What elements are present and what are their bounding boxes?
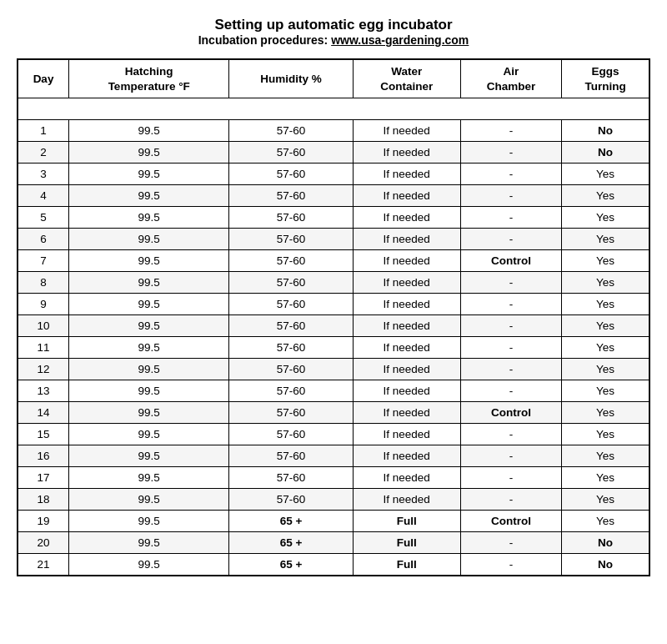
table-row: 1999.565 +FullControlYes	[18, 511, 649, 532]
table-cell: 4	[18, 185, 69, 207]
header-row: Day HatchingTemperature °F Humidity % Wa…	[18, 59, 649, 98]
table-cell: Yes	[562, 511, 649, 532]
table-cell: Yes	[562, 207, 649, 229]
table-cell: Yes	[562, 359, 649, 380]
table-cell: 57-60	[229, 402, 353, 424]
table-cell: If needed	[353, 185, 460, 207]
table-cell: 19	[18, 511, 69, 532]
table-cell: 13	[18, 380, 69, 402]
table-row: 1399.557-60If needed-Yes	[18, 380, 649, 402]
table-cell: 99.5	[69, 207, 229, 229]
table-cell: 99.5	[69, 142, 229, 164]
table-cell: Yes	[562, 229, 649, 250]
subtitle-url: www.usa-gardening.com	[331, 33, 469, 47]
table-cell: 10	[18, 315, 69, 337]
table-row: 599.557-60If needed-Yes	[18, 207, 649, 229]
page-wrapper: Setting up automatic egg incubator Incub…	[17, 17, 650, 576]
table-cell: -	[460, 467, 561, 489]
table-cell: Yes	[562, 164, 649, 185]
table-cell: -	[460, 142, 561, 164]
header-spacer-cell	[18, 98, 649, 120]
table-cell: No	[562, 120, 649, 142]
table-cell: 21	[18, 554, 69, 576]
table-row: 399.557-60If needed-Yes	[18, 164, 649, 185]
table-cell: If needed	[353, 337, 460, 359]
table-cell: 99.5	[69, 402, 229, 424]
table-cell: If needed	[353, 272, 460, 294]
table-cell: 57-60	[229, 380, 353, 402]
table-cell: -	[460, 359, 561, 380]
col-water: WaterContainer	[353, 59, 460, 98]
table-cell: 57-60	[229, 142, 353, 164]
table-cell: 14	[18, 402, 69, 424]
table-row: 1799.557-60If needed-Yes	[18, 467, 649, 489]
col-humidity: Humidity %	[229, 59, 353, 98]
table-cell: -	[460, 489, 561, 511]
table-cell: No	[562, 554, 649, 576]
table-cell: 65 +	[229, 532, 353, 554]
table-cell: Yes	[562, 467, 649, 489]
table-cell: 99.5	[69, 424, 229, 445]
table-row: 2199.565 +Full-No	[18, 554, 649, 576]
table-row: 699.557-60If needed-Yes	[18, 229, 649, 250]
table-cell: -	[460, 185, 561, 207]
table-cell: 8	[18, 272, 69, 294]
table-cell: 57-60	[229, 424, 353, 445]
col-day: Day	[18, 59, 69, 98]
table-cell: 99.5	[69, 511, 229, 532]
table-cell: If needed	[353, 402, 460, 424]
table-cell: 57-60	[229, 250, 353, 272]
table-cell: 57-60	[229, 489, 353, 511]
table-cell: Yes	[562, 402, 649, 424]
table-cell: Yes	[562, 294, 649, 315]
table-cell: -	[460, 380, 561, 402]
table-cell: 99.5	[69, 229, 229, 250]
table-row: 1499.557-60If neededControlYes	[18, 402, 649, 424]
table-row: 799.557-60If neededControlYes	[18, 250, 649, 272]
table-row: 1099.557-60If needed-Yes	[18, 315, 649, 337]
table-cell: If needed	[353, 315, 460, 337]
table-cell: If needed	[353, 207, 460, 229]
table-cell: Yes	[562, 315, 649, 337]
table-cell: 65 +	[229, 554, 353, 576]
table-cell: 99.5	[69, 315, 229, 337]
table-cell: If needed	[353, 229, 460, 250]
table-cell: -	[460, 164, 561, 185]
table-cell: Yes	[562, 185, 649, 207]
table-cell: 65 +	[229, 511, 353, 532]
table-cell: If needed	[353, 142, 460, 164]
table-cell: No	[562, 532, 649, 554]
table-row: 299.557-60If needed-No	[18, 142, 649, 164]
table-cell: -	[460, 532, 561, 554]
table-cell: Yes	[562, 380, 649, 402]
table-cell: Yes	[562, 250, 649, 272]
table-cell: If needed	[353, 294, 460, 315]
table-cell: 57-60	[229, 229, 353, 250]
table-cell: 99.5	[69, 532, 229, 554]
table-cell: 99.5	[69, 359, 229, 380]
table-cell: 6	[18, 229, 69, 250]
table-cell: -	[460, 207, 561, 229]
table-cell: If needed	[353, 120, 460, 142]
table-cell: 9	[18, 294, 69, 315]
table-cell: 3	[18, 164, 69, 185]
table-cell: 57-60	[229, 207, 353, 229]
table-cell: 57-60	[229, 467, 353, 489]
table-row: 2099.565 +Full-No	[18, 532, 649, 554]
table-cell: 7	[18, 250, 69, 272]
table-cell: 57-60	[229, 185, 353, 207]
table-cell: Yes	[562, 445, 649, 467]
table-cell: 11	[18, 337, 69, 359]
table-cell: 57-60	[229, 359, 353, 380]
table-cell: 99.5	[69, 489, 229, 511]
table-cell: 99.5	[69, 164, 229, 185]
table-cell: Control	[460, 511, 561, 532]
subtitle-label: Incubation procedures:	[198, 33, 331, 47]
table-cell: If needed	[353, 359, 460, 380]
table-row: 1699.557-60If needed-Yes	[18, 445, 649, 467]
table-cell: If needed	[353, 445, 460, 467]
table-cell: 99.5	[69, 294, 229, 315]
table-row: 1199.557-60If needed-Yes	[18, 337, 649, 359]
table-row: 899.557-60If needed-Yes	[18, 272, 649, 294]
table-cell: 99.5	[69, 467, 229, 489]
